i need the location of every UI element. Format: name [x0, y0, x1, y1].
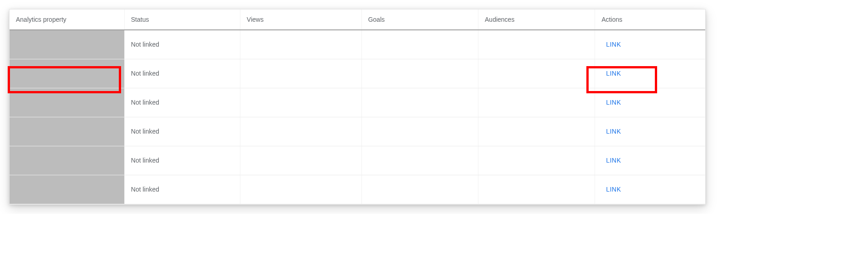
col-header-views: Views [240, 10, 362, 30]
table-header-row: Analytics property Status Views Goals Au… [10, 10, 705, 30]
cell-status: Not linked [124, 30, 240, 59]
cell-goals [361, 88, 478, 117]
cell-audiences [478, 146, 595, 175]
table-row: Not linkedLINK [10, 117, 705, 146]
table-row: Not linkedLINK [10, 88, 705, 117]
cell-audiences [478, 59, 595, 88]
cell-property [10, 30, 124, 59]
cell-audiences [478, 175, 595, 204]
table-row: Not linkedLINK [10, 146, 705, 175]
cell-goals [361, 30, 478, 59]
cell-goals [361, 117, 478, 146]
cell-actions: LINK [595, 30, 705, 59]
cell-goals [361, 146, 478, 175]
link-button[interactable]: LINK [601, 128, 621, 135]
cell-audiences [478, 30, 595, 59]
analytics-linking-table-wrapper: Analytics property Status Views Goals Au… [9, 9, 706, 205]
cell-property [10, 175, 124, 204]
link-button[interactable]: LINK [601, 157, 621, 164]
cell-status: Not linked [124, 59, 240, 88]
cell-property [10, 146, 124, 175]
cell-status: Not linked [124, 146, 240, 175]
link-button[interactable]: LINK [601, 70, 621, 77]
cell-views [240, 88, 362, 117]
table-row: Not linkedLINK [10, 30, 705, 59]
col-header-goals: Goals [361, 10, 478, 30]
link-button[interactable]: LINK [601, 186, 621, 193]
link-button[interactable]: LINK [601, 99, 621, 106]
cell-views [240, 175, 362, 204]
cell-views [240, 30, 362, 59]
link-button[interactable]: LINK [601, 41, 621, 48]
cell-property [10, 88, 124, 117]
col-header-audiences: Audiences [478, 10, 595, 30]
cell-property [10, 117, 124, 146]
cell-goals [361, 175, 478, 204]
cell-actions: LINK [595, 146, 705, 175]
cell-views [240, 117, 362, 146]
cell-views [240, 59, 362, 88]
cell-actions: LINK [595, 117, 705, 146]
table-row: Not linkedLINK [10, 175, 705, 204]
col-header-property: Analytics property [10, 10, 124, 30]
cell-audiences [478, 88, 595, 117]
table-row: Not linkedLINK [10, 59, 705, 88]
cell-actions: LINK [595, 175, 705, 204]
col-header-actions: Actions [595, 10, 705, 30]
cell-goals [361, 59, 478, 88]
cell-audiences [478, 117, 595, 146]
cell-status: Not linked [124, 117, 240, 146]
col-header-status: Status [124, 10, 240, 30]
cell-views [240, 146, 362, 175]
cell-actions: LINK [595, 88, 705, 117]
cell-property [10, 59, 124, 88]
cell-status: Not linked [124, 88, 240, 117]
cell-actions: LINK [595, 59, 705, 88]
analytics-linking-table: Analytics property Status Views Goals Au… [10, 10, 705, 204]
cell-status: Not linked [124, 175, 240, 204]
